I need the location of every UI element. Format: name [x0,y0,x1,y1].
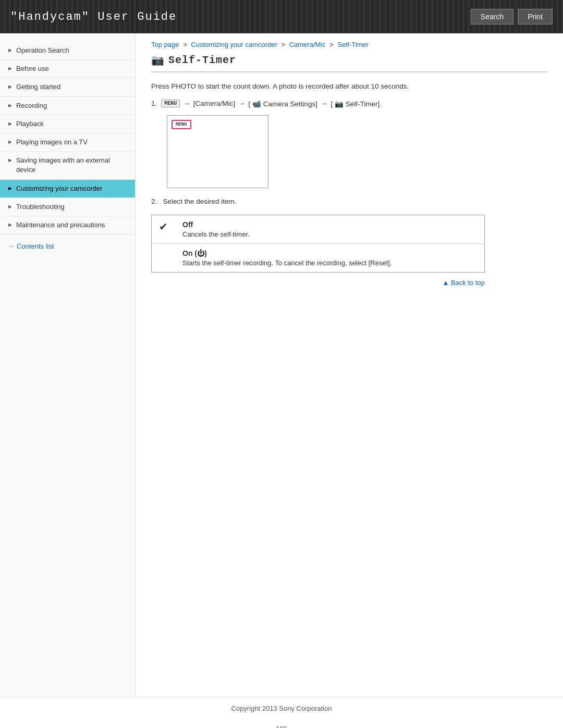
option-desc-1: Starts the self-timer recording. To canc… [182,259,477,267]
camera-settings-ref: [ 📹 Camera Settings] [249,100,318,108]
sidebar-item-4[interactable]: ►Playback [0,115,135,133]
sidebar-item-5[interactable]: ►Playing images on a TV [0,133,135,152]
option-check-1 [152,243,176,272]
sidebar-item-0[interactable]: ►Operation Search [0,42,135,60]
sidebar-label-0: Operation Search [16,46,69,55]
sidebar-arrow-5: ► [7,138,13,146]
copyright-text: Copyright 2013 Sony Corporation [231,705,332,712]
option-row-1: On (⏻)Starts the self-timer recording. T… [152,243,485,272]
sidebar-label-5: Playing images on a TV [16,138,88,147]
sidebar-label-1: Before use [16,64,49,73]
step1: 1. MENU → [Camera/Mic] → [ 📹 Camera Sett… [151,100,547,108]
sidebar-label-8: Troubleshooting [16,202,65,212]
sidebar-label-6: Saving images with an external device [16,156,128,175]
option-content-1: On (⏻)Starts the self-timer recording. T… [175,243,485,272]
screen-mockup: MENU [167,115,268,188]
step2-text: Select the desired item. [163,198,237,205]
page-number: 106 [0,720,563,728]
header-buttons: Search Print [471,9,553,24]
sidebar-label-9: Maintenance and precautions [16,220,105,230]
arrow2: → [238,100,246,107]
breadcrumb-customizing[interactable]: Customizing your camcorder [191,41,277,48]
option-name-1: On (⏻) [182,249,477,257]
page-title: Self-Timer [168,54,236,66]
menu-button-image: MENU [161,100,180,107]
site-title: "Handycam" User Guide [10,10,177,23]
description: Press PHOTO to start the count down. A p… [151,81,547,92]
option-row-0: ✔OffCancels the self-timer. [152,215,485,243]
sidebar-label-2: Getting started [16,82,60,92]
sidebar-arrow-4: ► [7,120,13,128]
option-desc-0: Cancels the self-timer. [182,230,477,238]
main-content: Top page > Customizing your camcorder > … [136,33,563,697]
header: "Handycam" User Guide Search Print [0,0,563,33]
sidebar-label-7: Customizing your camcorder [16,184,102,193]
sidebar-arrow-1: ► [7,65,13,72]
screen-menu-btn: MENU [172,120,191,129]
sidebar-label-3: Recording [16,101,47,110]
sidebar-arrow-0: ► [7,46,13,54]
contents-list-label: Contents list [17,242,54,250]
sidebar: ►Operation Search►Before use►Getting sta… [0,33,136,697]
contents-list-link[interactable]: → Contents list [0,235,135,254]
option-check-0: ✔ [152,215,176,243]
option-name-0: Off [182,220,477,229]
breadcrumb-camera-mic[interactable]: Camera/Mic [289,41,326,48]
sidebar-arrow-7: ► [7,184,13,192]
print-button[interactable]: Print [518,9,553,24]
breadcrumb-self-timer[interactable]: Self-Timer [338,41,369,48]
options-table: ✔OffCancels the self-timer.On (⏻)Starts … [151,215,485,273]
breadcrumb: Top page > Customizing your camcorder > … [151,33,547,54]
back-to-top[interactable]: ▲ Back to top [151,273,485,289]
sidebar-item-2[interactable]: ►Getting started [0,78,135,96]
sidebar-arrow-2: ► [7,83,13,91]
sidebar-item-7[interactable]: ►Customizing your camcorder [0,180,135,198]
footer: Copyright 2013 Sony Corporation [0,697,563,720]
sidebar-item-9[interactable]: ►Maintenance and precautions [0,216,135,235]
sidebar-label-4: Playback [16,119,44,129]
arrow-right-icon: → [7,242,15,250]
sidebar-arrow-3: ► [7,102,13,109]
sidebar-arrow-8: ► [7,203,13,211]
arrow3: → [321,100,328,107]
page-body: ►Operation Search►Before use►Getting sta… [0,33,563,697]
arrow1: → [183,100,190,107]
search-button[interactable]: Search [471,9,513,24]
self-timer-ref: [ 📷 Self-Timer]. [331,100,382,108]
camera-icon: 📷 [151,54,164,66]
option-content-0: OffCancels the self-timer. [175,215,485,243]
sidebar-arrow-6: ► [7,156,13,164]
sidebar-item-1[interactable]: ►Before use [0,60,135,78]
camera-mic-ref: [Camera/Mic] [193,100,235,107]
step1-number: 1. [151,100,157,107]
step2-number: 2. [151,198,157,205]
sidebar-item-3[interactable]: ►Recording [0,97,135,115]
sidebar-arrow-9: ► [7,221,13,229]
sidebar-item-8[interactable]: ►Troubleshooting [0,198,135,216]
back-to-top-link[interactable]: ▲ Back to top [442,279,485,287]
step2: 2. Select the desired item. [151,198,547,205]
breadcrumb-top[interactable]: Top page [151,41,179,48]
page-title-area: 📷 Self-Timer [151,54,547,72]
sidebar-item-6[interactable]: ►Saving images with an external device [0,152,135,179]
